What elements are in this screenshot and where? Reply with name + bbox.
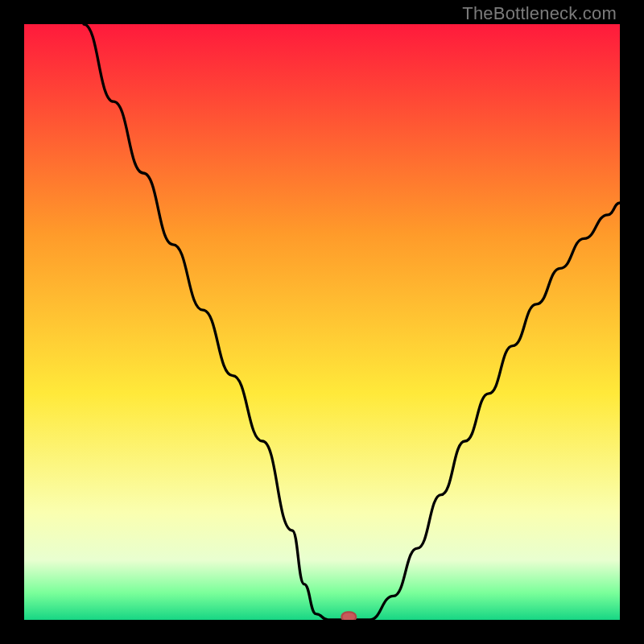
chart-frame: TheBottleneck.com bbox=[0, 0, 644, 644]
optimum-marker bbox=[341, 612, 356, 620]
gradient-rect bbox=[24, 24, 620, 620]
chart-svg bbox=[24, 24, 620, 620]
watermark-text: TheBottleneck.com bbox=[462, 3, 617, 24]
plot-area bbox=[24, 24, 620, 620]
